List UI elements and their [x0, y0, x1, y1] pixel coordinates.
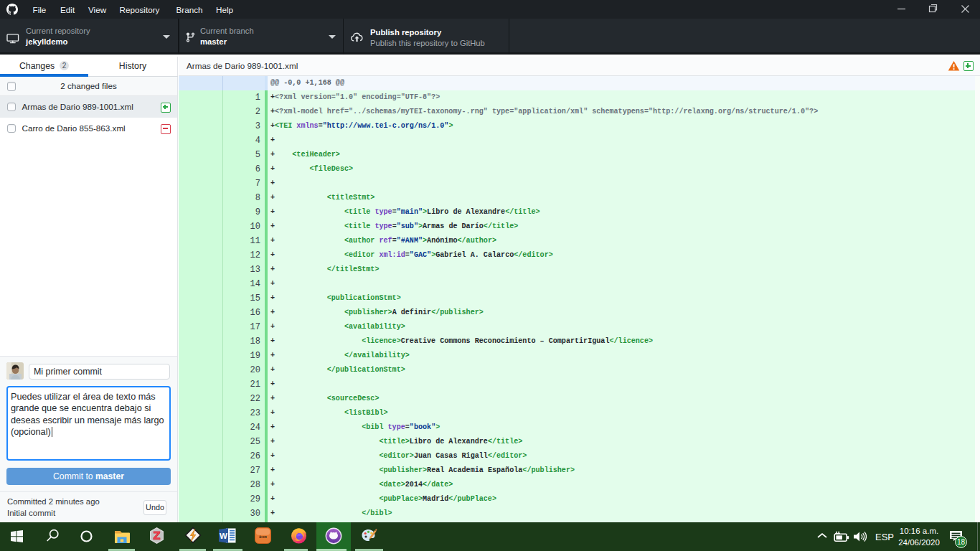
svg-text:W: W	[220, 532, 227, 540]
svg-text:icon: icon	[259, 534, 267, 539]
